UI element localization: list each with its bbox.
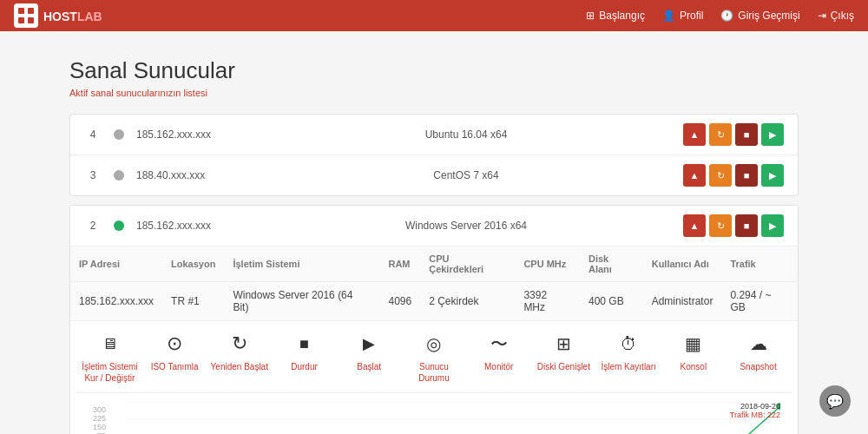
icon-console[interactable]: ▦ Konsol: [663, 330, 724, 372]
action-play-4[interactable]: ▶: [761, 123, 784, 146]
val-ram: 4096: [379, 282, 420, 321]
console-icon: ▦: [680, 330, 707, 358]
svg-rect-2: [18, 17, 24, 23]
server-os-3: CentOS 7 x64: [261, 169, 671, 181]
server-list: 4 185.162.xxx.xxx Ubuntu 16.04 x64 ▲ ↻ ■…: [69, 114, 799, 196]
disk-icon: ⊞: [549, 330, 577, 358]
header-nav: ⊞ Başlangıç 👤 Profil 🕐 Giriş Geçmişi ⇥ Ç…: [586, 10, 854, 22]
icon-server-status[interactable]: ◎ Sunucu Durumu: [404, 330, 464, 384]
icon-disk-expand[interactable]: ⊞ Diski Genişlet: [533, 330, 594, 372]
y-label-300: 300: [93, 405, 106, 414]
svg-rect-3: [28, 17, 34, 23]
header: HOSTLAB ⊞ Başlangıç 👤 Profil 🕐 Giriş Geç…: [0, 0, 868, 31]
val-disk: 400 GB: [580, 282, 643, 321]
action-alert-3[interactable]: ▲: [683, 164, 706, 187]
action-refresh-3[interactable]: ↻: [709, 164, 732, 187]
server-icon-row: 🖥 İşletim Sistemi Kur / Değiştir ⊙ ISO T…: [77, 321, 791, 393]
icon-logs[interactable]: ⏱ İşlem Kayıtları: [598, 330, 659, 372]
clock-icon: 🕐: [720, 10, 733, 22]
refresh-icon: ↻: [226, 330, 253, 358]
server-ip-3: 188.40.xxx.xxx: [136, 169, 249, 181]
val-location: TR #1: [162, 282, 224, 321]
col-user: Kullanıcı Adı: [643, 247, 722, 282]
chart-annotation: 2018-09-20 Trafik MB: 222: [730, 402, 780, 419]
nav-home[interactable]: ⊞ Başlangıç: [586, 10, 645, 22]
page-subtitle: Aktif sanal sunucularınızın listesi: [69, 88, 799, 98]
details-data-row: 185.162.xxx.xxx TR #1 Windows Server 201…: [70, 282, 798, 321]
nav-logout[interactable]: ⇥ Çıkış: [818, 10, 854, 22]
user-icon: 👤: [662, 10, 675, 22]
val-user: Administrator: [643, 282, 722, 321]
server-actions-4: ▲ ↻ ■ ▶: [683, 123, 784, 146]
stop-icon: ■: [291, 330, 319, 358]
icon-iso[interactable]: ⊙ ISO Tanımla: [144, 330, 205, 372]
val-traffic: 0.294 / ~ GB: [721, 282, 798, 321]
action-refresh-4[interactable]: ↻: [709, 123, 732, 146]
icon-snapshot[interactable]: ☁ Snapshot: [728, 330, 789, 372]
col-location: Lokasyon: [162, 247, 224, 282]
annotation-date: 2018-09-20: [730, 402, 780, 411]
action-stop-2[interactable]: ■: [735, 214, 758, 237]
server-details-table: IP Adresi Lokasyon İşletim Sistemi RAM C…: [70, 247, 798, 321]
details-header-row: IP Adresi Lokasyon İşletim Sistemi RAM C…: [70, 247, 798, 282]
val-cpu-cores: 2 Çekirdek: [420, 282, 515, 321]
val-ip: 185.162.xxx.xxx: [70, 282, 162, 321]
val-os: Windows Server 2016 (64 Bit): [224, 282, 379, 321]
status-dot-3: [114, 170, 124, 181]
icon-os-install[interactable]: 🖥 İşletim Sistemi Kur / Değiştir: [79, 330, 140, 384]
chart-svg-container: 2018-09-20 Trafik MB: 222 2018-09-10 201…: [126, 402, 780, 434]
server-actions-3: ▲ ↻ ■ ▶: [683, 164, 784, 187]
val-cpu-mhz: 3392 MHz: [515, 282, 580, 321]
server-num-4: 4: [84, 128, 102, 141]
chat-button[interactable]: 💬: [819, 385, 851, 417]
nav-profile[interactable]: 👤 Profil: [662, 10, 703, 22]
monitor-icon: 🖥: [95, 330, 123, 358]
logo-text: HOSTLAB: [43, 9, 102, 23]
icon-monitor[interactable]: 〜 Monitör: [469, 330, 529, 372]
action-play-2[interactable]: ▶: [761, 214, 784, 237]
action-alert-2[interactable]: ▲: [683, 214, 706, 237]
server-ip-4: 185.162.xxx.xxx: [136, 128, 249, 141]
action-alert-4[interactable]: ▲: [683, 123, 706, 146]
chart-y-labels: 300 225 150 75 0: [84, 405, 108, 434]
page-title: Sanal Sunucular: [69, 57, 799, 84]
action-refresh-2[interactable]: ↻: [709, 214, 732, 237]
status-dot-2: [114, 220, 124, 231]
logo: HOSTLAB: [14, 3, 102, 28]
col-ram: RAM: [379, 247, 420, 282]
server-os-4: Ubuntu 16.04 x64: [261, 128, 671, 141]
traffic-line-chart: [126, 402, 780, 434]
col-ip: IP Adresi: [70, 247, 162, 282]
icon-restart[interactable]: ↻ Yeniden Başlat: [209, 330, 270, 372]
traffic-chart: 300 225 150 75 0: [70, 393, 798, 434]
action-play-3[interactable]: ▶: [761, 164, 784, 187]
server-os-2: Windows Server 2016 x64: [261, 220, 671, 232]
log-icon: ⏱: [615, 330, 642, 358]
nav-login-history[interactable]: 🕐 Giriş Geçmişi: [720, 10, 799, 22]
y-label-225: 225: [93, 414, 106, 423]
main-content: Sanal Sunucular Aktif sanal sunucularını…: [0, 31, 868, 434]
action-stop-4[interactable]: ■: [735, 123, 758, 146]
col-cpu-mhz: CPU MHz: [515, 247, 580, 282]
status-dot-4: [114, 129, 124, 140]
icon-start[interactable]: ▶ Başlat: [339, 330, 399, 372]
svg-rect-1: [28, 8, 34, 14]
server-num-2: 2: [84, 220, 102, 232]
action-stop-3[interactable]: ■: [735, 164, 758, 187]
server-actions-2: ▲ ↻ ■ ▶: [683, 214, 784, 237]
play-icon: ▶: [355, 330, 383, 358]
server-row-4: 4 185.162.xxx.xxx Ubuntu 16.04 x64 ▲ ↻ ■…: [70, 115, 798, 155]
server-ip-2: 185.162.xxx.xxx: [136, 220, 249, 232]
disc-icon: ⊙: [161, 330, 188, 358]
svg-rect-0: [18, 8, 24, 14]
server-row-2: 2 185.162.xxx.xxx Windows Server 2016 x6…: [70, 206, 798, 247]
col-disk: Disk Alanı: [580, 247, 643, 282]
y-label-150: 150: [93, 423, 106, 431]
exit-icon: ⇥: [818, 10, 826, 22]
cloud-icon: ☁: [745, 330, 773, 358]
server-num-3: 3: [84, 169, 102, 181]
col-traffic: Trafik: [721, 247, 798, 282]
col-os: İşletim Sistemi: [224, 247, 379, 282]
eye-icon: ◎: [420, 330, 448, 358]
icon-stop[interactable]: ■ Durdur: [274, 330, 335, 372]
